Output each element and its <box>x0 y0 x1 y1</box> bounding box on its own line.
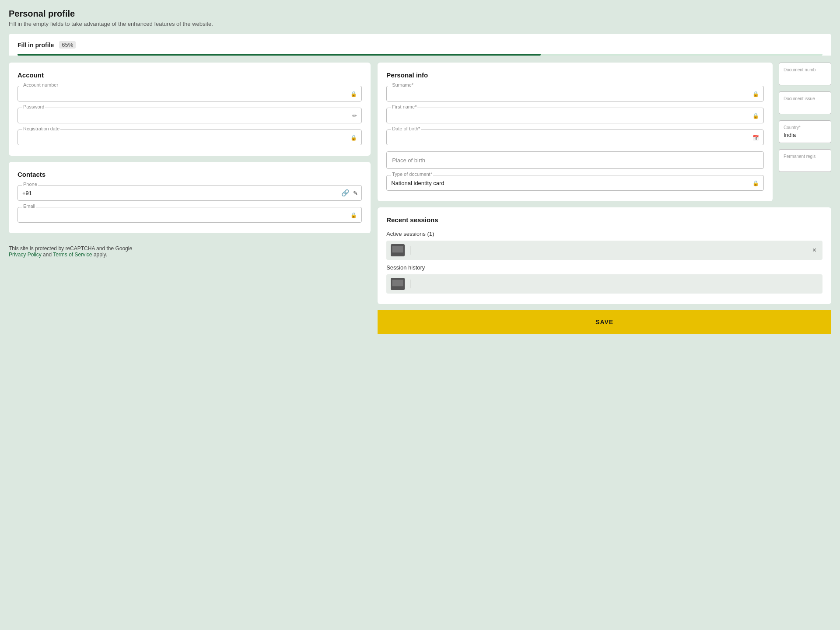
session-history-section: Session history <box>386 264 822 294</box>
recent-sessions-title: Recent sessions <box>386 216 822 224</box>
session-divider <box>410 246 410 255</box>
progress-section: Fill in profile 65% <box>9 34 831 56</box>
doc-number-label: Document numb <box>784 67 826 72</box>
registration-date-input[interactable] <box>22 134 346 141</box>
page-header: Personal profile Fill in the empty field… <box>9 9 831 27</box>
account-fields: Account number Password Registration dat… <box>18 86 362 145</box>
session-history-row <box>386 274 822 294</box>
account-section-title: Account <box>18 71 362 79</box>
perm-reg-cutoff: Permanent regis <box>779 149 831 172</box>
perm-reg-input[interactable] <box>784 161 826 167</box>
phone-input[interactable] <box>22 190 346 196</box>
surname-input[interactable] <box>391 91 748 97</box>
session-close-button[interactable]: × <box>811 246 818 254</box>
country-value: India <box>784 132 826 138</box>
save-button[interactable]: SAVE <box>595 318 613 326</box>
registration-date-field: Registration date <box>18 130 362 145</box>
doc-issue-cutoff: Document issue <box>779 91 831 114</box>
footer-and: and <box>43 252 53 258</box>
type-of-document-input[interactable] <box>391 180 748 186</box>
type-of-document-label: Type of document* <box>391 172 433 177</box>
personal-info-fields: Surname* First name* Date of birth <box>386 86 764 191</box>
firstname-input[interactable] <box>391 112 748 119</box>
password-label: Password <box>22 104 45 109</box>
account-number-lock-icon <box>350 90 357 97</box>
email-field: Email <box>18 207 362 223</box>
doc-issue-label: Document issue <box>784 96 826 101</box>
personal-info-title: Personal info <box>386 71 764 79</box>
progress-label: Fill in profile <box>18 42 54 49</box>
password-field: Password <box>18 108 362 123</box>
account-number-field: Account number <box>18 86 362 102</box>
session-history-divider <box>410 280 410 288</box>
session-computer-icon <box>391 244 405 256</box>
save-bar[interactable]: SAVE <box>378 310 831 334</box>
active-sessions-label: Active sessions (1) <box>386 231 822 237</box>
password-edit-icon[interactable] <box>352 112 357 119</box>
personal-info-card: Personal info Surname* First name* <box>378 63 773 201</box>
right-overflow-column: Document numb Document issue Country* In… <box>779 63 831 201</box>
country-label: Country* <box>784 125 826 130</box>
contacts-card: Contacts Phone 🔗 ✎ Email <box>9 162 371 233</box>
account-number-input[interactable] <box>22 91 346 97</box>
active-session-row: × <box>386 241 822 260</box>
perm-reg-label: Permanent regis <box>784 154 826 159</box>
contacts-fields: Phone 🔗 ✎ Email <box>18 185 362 223</box>
right-column: Personal info Surname* First name* <box>378 63 831 334</box>
doc-issue-input[interactable] <box>784 103 826 109</box>
email-lock-icon <box>350 211 357 218</box>
recent-sessions-card: Recent sessions Active sessions (1) <box>378 207 831 304</box>
contacts-section-title: Contacts <box>18 171 362 178</box>
footer-text: This site is protected by reCAPTCHA and … <box>9 245 132 252</box>
progress-bar-track <box>18 54 822 56</box>
dob-calendar-icon[interactable] <box>752 134 759 141</box>
password-input[interactable] <box>22 112 346 119</box>
registration-date-label: Registration date <box>22 126 60 131</box>
phone-field: Phone 🔗 ✎ <box>18 185 362 201</box>
phone-icons: 🔗 ✎ <box>341 189 358 197</box>
terms-of-service-link[interactable]: Terms of Service <box>53 252 92 258</box>
phone-label: Phone <box>22 182 38 187</box>
dob-field: Date of birth* <box>386 130 764 145</box>
svg-rect-4 <box>394 254 401 255</box>
place-of-birth-field <box>386 151 764 169</box>
surname-field: Surname* <box>386 86 764 102</box>
account-card: Account Account number Password <box>9 63 371 156</box>
firstname-lock-icon <box>752 112 759 119</box>
footer-apply: apply. <box>94 252 107 258</box>
dob-input[interactable] <box>391 134 748 141</box>
doc-number-cutoff: Document numb <box>779 63 831 85</box>
left-column: Account Account number Password <box>9 63 371 261</box>
account-number-label: Account number <box>22 82 59 88</box>
type-of-document-lock-icon <box>752 179 759 186</box>
svg-rect-8 <box>394 288 401 289</box>
firstname-label: First name* <box>391 104 417 109</box>
country-cutoff: Country* India <box>779 120 831 143</box>
doc-number-input[interactable] <box>784 74 826 80</box>
session-history-computer-icon <box>391 278 405 290</box>
content-area: Account Account number Password <box>9 56 831 341</box>
svg-rect-6 <box>392 280 403 287</box>
place-of-birth-input[interactable] <box>392 157 748 164</box>
firstname-field: First name* <box>386 108 764 123</box>
progress-percentage: 65% <box>59 41 76 49</box>
page-subtitle: Fill in the empty fields to take advanta… <box>9 21 831 27</box>
surname-label: Surname* <box>391 82 414 88</box>
registration-date-lock-icon <box>350 134 357 141</box>
surname-lock-icon <box>752 90 759 97</box>
page-title: Personal profile <box>9 9 831 19</box>
type-of-document-field: Type of document* <box>386 175 764 191</box>
progress-bar-fill <box>18 54 541 56</box>
email-label: Email <box>22 203 36 209</box>
progress-header: Fill in profile 65% <box>18 41 822 49</box>
phone-link-icon[interactable]: 🔗 <box>341 189 350 197</box>
privacy-policy-link[interactable]: Privacy Policy <box>9 252 42 258</box>
phone-edit-icon[interactable]: ✎ <box>353 190 358 196</box>
email-input[interactable] <box>22 212 346 218</box>
page-wrapper: Personal profile Fill in the empty field… <box>0 0 840 630</box>
dob-label: Date of birth* <box>391 126 421 131</box>
svg-rect-2 <box>392 246 403 253</box>
active-sessions-section: Active sessions (1) <box>386 231 822 260</box>
session-history-label: Session history <box>386 264 822 271</box>
footer: This site is protected by reCAPTCHA and … <box>9 239 371 261</box>
